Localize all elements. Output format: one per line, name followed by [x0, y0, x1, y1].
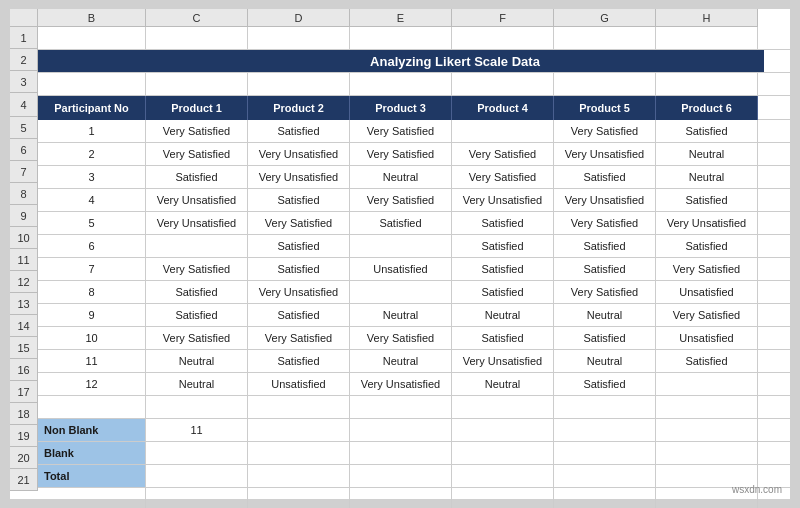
cell-3f: [452, 73, 554, 95]
cell-7d: Very Unsatisfied: [248, 166, 350, 188]
cell-10g: Satisfied: [554, 235, 656, 257]
cell-1g: [554, 27, 656, 49]
cell-5c: Very Satisfied: [146, 120, 248, 142]
data-row-11: 7 Very Satisfied Satisfied Unsatisfied S…: [38, 258, 790, 281]
cell-3h: [656, 73, 758, 95]
cell-13d: Satisfied: [248, 304, 350, 326]
col-header-h: H: [656, 9, 758, 27]
row-num-2: 2: [10, 49, 38, 71]
row-num-12: 12: [10, 271, 38, 293]
row-num-6: 6: [10, 139, 38, 161]
cell-1d: [248, 27, 350, 49]
cell-10c: [146, 235, 248, 257]
cell-7h: Neutral: [656, 166, 758, 188]
cell-6c: Very Satisfied: [146, 143, 248, 165]
cell-6e: Very Satisfied: [350, 143, 452, 165]
cell-6d: Very Unsatisfied: [248, 143, 350, 165]
cell-6f: Very Satisfied: [452, 143, 554, 165]
cell-13e: Neutral: [350, 304, 452, 326]
col-header-d: D: [248, 9, 350, 27]
cell-12c: Satisfied: [146, 281, 248, 303]
cell-10e: [350, 235, 452, 257]
cell-11e: Unsatisfied: [350, 258, 452, 280]
row-2: Analyzing Likert Scale Data: [38, 50, 790, 73]
cell-2b: [38, 50, 146, 72]
cell-5d: Satisfied: [248, 120, 350, 142]
cell-1h: [656, 27, 758, 49]
cell-11h: Very Satisfied: [656, 258, 758, 280]
row-num-20: 20: [10, 447, 38, 469]
cell-11d: Satisfied: [248, 258, 350, 280]
row-19: Blank: [38, 442, 790, 465]
cell-3e: [350, 73, 452, 95]
cell-14e: Very Satisfied: [350, 327, 452, 349]
cell-10f: Satisfied: [452, 235, 554, 257]
cell-9b: 5: [38, 212, 146, 234]
cell-16f: Neutral: [452, 373, 554, 395]
row-num-11: 11: [10, 249, 38, 271]
row-3: [38, 73, 790, 96]
cell-1f: [452, 27, 554, 49]
data-row-6: 2 Very Satisfied Very Unsatisfied Very S…: [38, 143, 790, 166]
data-row-12: 8 Satisfied Very Unsatisfied Satisfied V…: [38, 281, 790, 304]
cell-15d: Satisfied: [248, 350, 350, 372]
cell-7e: Neutral: [350, 166, 452, 188]
cell-5e: Very Satisfied: [350, 120, 452, 142]
total-label: Total: [38, 465, 146, 487]
header-product2: Product 2: [248, 96, 350, 120]
cell-9c: Very Unsatisfied: [146, 212, 248, 234]
cell-15c: Neutral: [146, 350, 248, 372]
cell-1e: [350, 27, 452, 49]
data-row-13: 9 Satisfied Satisfied Neutral Neutral Ne…: [38, 304, 790, 327]
row-1: [38, 27, 790, 50]
cell-12g: Very Satisfied: [554, 281, 656, 303]
row-num-14: 14: [10, 315, 38, 337]
cell-8f: Very Unsatisfied: [452, 189, 554, 211]
cell-12e: [350, 281, 452, 303]
cell-16c: Neutral: [146, 373, 248, 395]
cell-12d: Very Unsatisfied: [248, 281, 350, 303]
cell-9e: Satisfied: [350, 212, 452, 234]
col-header-row: B C D E F G H: [10, 9, 790, 27]
cell-14d: Very Satisfied: [248, 327, 350, 349]
cell-16e: Very Unsatisfied: [350, 373, 452, 395]
data-row-16: 12 Neutral Unsatisfied Very Unsatisfied …: [38, 373, 790, 396]
col-header-f: F: [452, 9, 554, 27]
header-participant: Participant No: [38, 96, 146, 120]
cell-12h: Unsatisfied: [656, 281, 758, 303]
cell-12f: Satisfied: [452, 281, 554, 303]
cell-6b: 2: [38, 143, 146, 165]
cell-3d: [248, 73, 350, 95]
cell-12b: 8: [38, 281, 146, 303]
cell-1b: [38, 27, 146, 49]
row-num-19: 19: [10, 425, 38, 447]
cell-10b: 6: [38, 235, 146, 257]
cell-15e: Neutral: [350, 350, 452, 372]
cell-3b: [38, 73, 146, 95]
row-num-21: 21: [10, 469, 38, 491]
cell-14g: Satisfied: [554, 327, 656, 349]
cell-8g: Very Unsatisfied: [554, 189, 656, 211]
row-num-13: 13: [10, 293, 38, 315]
cell-15b: 11: [38, 350, 146, 372]
data-row-5: 1 Very Satisfied Satisfied Very Satisfie…: [38, 120, 790, 143]
col-header-e: E: [350, 9, 452, 27]
cell-14h: Unsatisfied: [656, 327, 758, 349]
cell-9f: Satisfied: [452, 212, 554, 234]
table-area: Analyzing Likert Scale Data Participant …: [38, 27, 790, 508]
cell-3c: [146, 73, 248, 95]
cell-13b: 9: [38, 304, 146, 326]
data-row-15: 11 Neutral Satisfied Neutral Very Unsati…: [38, 350, 790, 373]
row-num-17: 17: [10, 381, 38, 403]
data-row-14: 10 Very Satisfied Very Satisfied Very Sa…: [38, 327, 790, 350]
title-cell: Analyzing Likert Scale Data: [146, 50, 764, 72]
cell-11c: Very Satisfied: [146, 258, 248, 280]
cell-1c: [146, 27, 248, 49]
cell-14b: 10: [38, 327, 146, 349]
cell-11f: Satisfied: [452, 258, 554, 280]
cell-16g: Satisfied: [554, 373, 656, 395]
cell-9d: Very Satisfied: [248, 212, 350, 234]
row-num-15: 15: [10, 337, 38, 359]
cell-10d: Satisfied: [248, 235, 350, 257]
cell-10h: Satisfied: [656, 235, 758, 257]
